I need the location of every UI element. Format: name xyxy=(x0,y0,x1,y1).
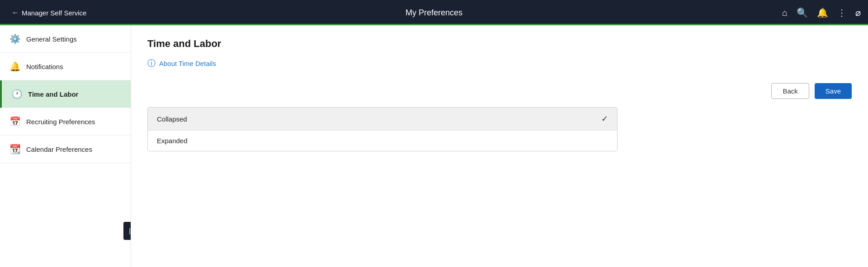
option-collapsed[interactable]: Collapsed ✓ xyxy=(148,108,617,130)
actions-row: Back Save xyxy=(147,83,852,99)
back-label: Manager Self Service xyxy=(22,9,86,17)
sidebar-item-time-and-labor[interactable]: 🕐 Time and Labor xyxy=(0,80,131,108)
page-title: My Preferences xyxy=(406,8,462,18)
sidebar: ⚙️ General Settings 🔔 Notifications 🕐 Ti… xyxy=(0,25,131,267)
back-arrow-icon: ← xyxy=(12,9,19,17)
option-expanded[interactable]: Expanded xyxy=(148,130,617,151)
about-link-row: ⓘ About Time Details xyxy=(147,58,852,69)
main-content: Time and Labor ⓘ About Time Details Back… xyxy=(131,25,868,267)
recruiting-icon: 📅 xyxy=(9,116,21,127)
view-mode-dropdown: Collapsed ✓ Expanded xyxy=(147,107,618,151)
sidebar-collapse-button[interactable]: || xyxy=(123,222,131,240)
option-collapsed-label: Collapsed xyxy=(157,115,187,123)
notifications-icon: 🔔 xyxy=(9,61,21,72)
sidebar-item-general-settings[interactable]: ⚙️ General Settings xyxy=(0,25,131,53)
sidebar-item-notifications[interactable]: 🔔 Notifications xyxy=(0,53,131,80)
sidebar-item-label: Recruiting Preferences xyxy=(26,118,95,126)
sidebar-item-recruiting-preferences[interactable]: 📅 Recruiting Preferences xyxy=(0,108,131,136)
search-icon[interactable]: 🔍 xyxy=(797,7,808,18)
option-expanded-label: Expanded xyxy=(157,137,188,145)
sidebar-item-label: Time and Labor xyxy=(28,90,78,98)
sidebar-item-label: Notifications xyxy=(26,63,63,70)
back-action-button[interactable]: Back xyxy=(771,83,809,99)
more-icon[interactable]: ⋮ xyxy=(837,7,846,18)
calendar-icon: 📆 xyxy=(9,144,21,155)
sidebar-item-label: General Settings xyxy=(26,35,77,43)
top-nav: ← Manager Self Service My Preferences ⌂ … xyxy=(0,0,868,25)
section-title: Time and Labor xyxy=(147,38,852,50)
time-and-labor-icon: 🕐 xyxy=(11,89,23,99)
nav-icons: ⌂ 🔍 🔔 ⋮ ⌀ xyxy=(782,7,861,18)
notification-icon[interactable]: 🔔 xyxy=(817,7,828,18)
sidebar-item-label: Calendar Preferences xyxy=(26,145,92,153)
block-icon[interactable]: ⌀ xyxy=(855,7,861,18)
info-icon: ⓘ xyxy=(147,58,156,69)
app-layout: ⚙️ General Settings 🔔 Notifications 🕐 Ti… xyxy=(0,25,868,267)
sidebar-item-calendar-preferences[interactable]: 📆 Calendar Preferences xyxy=(0,136,131,163)
general-settings-icon: ⚙️ xyxy=(9,33,21,44)
back-button[interactable]: ← Manager Self Service xyxy=(7,6,91,19)
save-button[interactable]: Save xyxy=(815,83,852,99)
home-icon[interactable]: ⌂ xyxy=(782,8,788,18)
about-time-details-link[interactable]: About Time Details xyxy=(159,60,216,67)
check-icon: ✓ xyxy=(601,114,608,124)
